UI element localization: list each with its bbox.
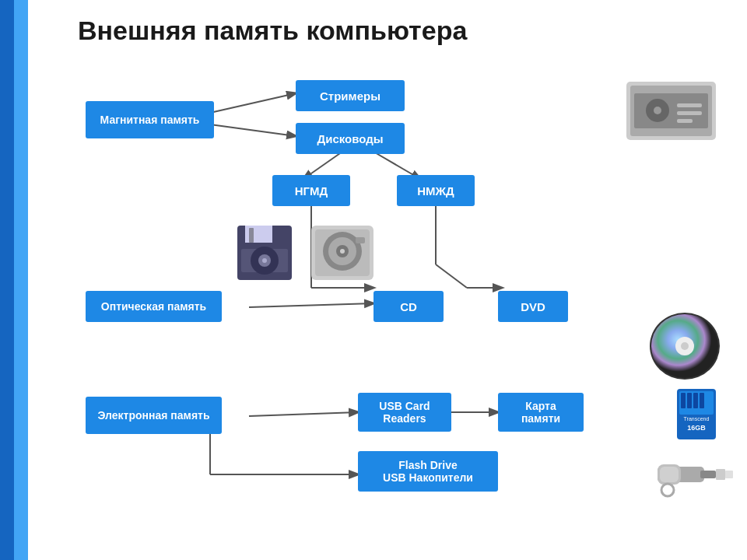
svg-line-9 bbox=[249, 303, 374, 307]
svg-line-0 bbox=[210, 93, 296, 113]
main-content: Внешняя память компьютера bbox=[39, 0, 747, 560]
box-electronic: Электронная память bbox=[86, 397, 222, 434]
page-title: Внешняя память компьютера bbox=[78, 16, 467, 46]
svg-rect-24 bbox=[249, 228, 254, 243]
box-optical: Оптическая память bbox=[86, 291, 222, 322]
svg-rect-19 bbox=[677, 103, 702, 107]
svg-text:Transcend: Transcend bbox=[684, 416, 710, 422]
svg-point-28 bbox=[262, 258, 267, 263]
box-flash: Flash Drive USB Накопители bbox=[358, 451, 498, 492]
svg-rect-20 bbox=[677, 111, 702, 115]
svg-rect-50 bbox=[716, 469, 725, 480]
svg-rect-49 bbox=[700, 471, 716, 478]
svg-rect-21 bbox=[677, 119, 693, 123]
box-streamers: Стримеры bbox=[296, 80, 405, 111]
svg-rect-45 bbox=[700, 393, 704, 408]
usb-image bbox=[654, 447, 739, 502]
box-nmzhd: НМЖД bbox=[397, 175, 475, 206]
svg-rect-51 bbox=[725, 471, 733, 478]
svg-rect-43 bbox=[687, 393, 692, 408]
floppy-image bbox=[233, 222, 296, 284]
svg-rect-53 bbox=[660, 467, 679, 482]
svg-text:16GB: 16GB bbox=[687, 424, 706, 432]
svg-rect-44 bbox=[693, 393, 698, 408]
svg-rect-16 bbox=[634, 93, 708, 128]
svg-line-10 bbox=[249, 412, 358, 416]
svg-point-54 bbox=[661, 484, 674, 496]
box-magnetic: Магнитная память bbox=[86, 101, 214, 138]
svg-point-34 bbox=[340, 249, 345, 254]
svg-line-7 bbox=[436, 264, 467, 288]
left-bar-dark bbox=[0, 0, 14, 560]
box-cd: CD bbox=[374, 291, 444, 322]
box-karta: Карта памяти bbox=[498, 393, 584, 432]
box-ngmd: НГМД bbox=[272, 175, 350, 206]
hdd2-image bbox=[307, 222, 377, 284]
box-usb-card: USB Card Readers bbox=[358, 393, 451, 432]
svg-point-18 bbox=[654, 107, 661, 114]
sdcard-image: 16GB Transcend bbox=[665, 385, 728, 443]
left-bar-light bbox=[14, 0, 28, 560]
cd-image bbox=[642, 311, 728, 381]
svg-rect-35 bbox=[356, 237, 365, 243]
svg-rect-42 bbox=[681, 393, 686, 408]
svg-point-39 bbox=[681, 342, 689, 350]
box-diskdrives: Дисководы bbox=[296, 123, 405, 154]
box-dvd: DVD bbox=[498, 291, 568, 322]
svg-line-1 bbox=[210, 124, 296, 136]
hdd-image bbox=[622, 74, 724, 148]
